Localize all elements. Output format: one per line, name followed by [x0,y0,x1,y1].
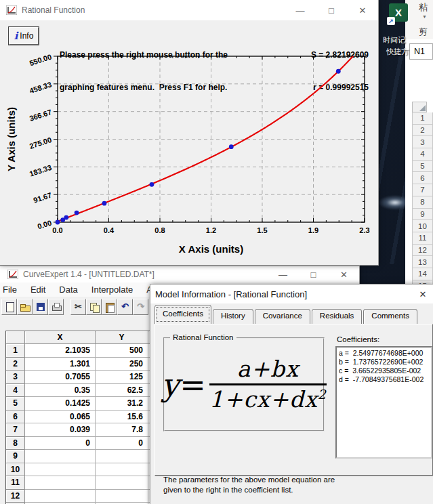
row-number[interactable]: 4 [6,384,25,398]
excel-row-number[interactable]: 3 [412,136,433,148]
excel-row: 8 [405,196,433,209]
row-number[interactable]: 9 [6,450,25,463]
excel-row-number[interactable]: 10 [412,220,433,232]
save-file-button[interactable] [33,299,48,315]
excel-paste-button[interactable]: 粘 [419,1,428,14]
fraction-bar [209,383,327,385]
note-line2: given to the right in the coefficient li… [163,485,335,495]
tab-coefficients[interactable]: Coefficients [154,305,211,324]
open-file-icon [20,301,30,312]
row-number[interactable]: 10 [6,463,25,477]
svg-text:275.00: 275.00 [28,135,53,150]
copy-button[interactable] [86,299,102,315]
paste-icon [104,301,115,312]
menu-interpolate[interactable]: Interpolate [85,285,140,295]
redo-button[interactable]: ↷ [133,299,148,315]
close-button[interactable]: ✕ [347,0,378,20]
excel-row-number[interactable]: 14 [412,268,433,280]
tab-history[interactable]: History [213,309,253,324]
minimize-button[interactable]: — [268,266,298,282]
row-number[interactable]: 11 [6,476,25,490]
dialog-tabbar: CoefficientsHistoryCovarianceResidualsCo… [154,305,419,324]
column-header-x[interactable]: X [25,331,96,344]
svg-text:0.0: 0.0 [52,226,62,234]
dialog-titlebar[interactable]: Model Information - [Rational Function] [150,285,433,303]
tab-covariance[interactable]: Covariance [255,309,310,324]
excel-name-box[interactable]: N1 [409,43,433,60]
row-number[interactable]: 5 [6,397,25,411]
model-information-dialog: Model Information - [Rational Function] … [150,285,433,504]
excel-paste-dropdown-arrow[interactable]: ▼ [422,14,427,19]
cut-button[interactable]: ✂ [70,299,86,315]
excel-row-number[interactable]: 5 [412,161,433,173]
row-number[interactable]: 2 [6,358,25,371]
table-row: 12.1035500 [6,344,158,358]
undo-icon: ↶ [120,301,131,312]
excel-cut-button[interactable]: 剪 [419,26,428,38]
data-point [102,201,107,206]
excel-row-number[interactable]: 2 [412,125,433,137]
excel-shortcut-icon[interactable]: X ↗ [389,3,408,22]
excel-row-number[interactable]: 1 [412,112,433,125]
excel-icon-letter: X [395,7,402,18]
y-axis-title: Y Axis (units) [5,107,17,171]
graph-window-title: Rational Function [22,5,85,15]
shortcut-label-line2[interactable]: 快捷方 [386,47,409,57]
shortcut-arrow-icon: ↗ [387,17,395,25]
row-number[interactable]: 1 [6,344,25,358]
table-row: 9 [6,450,158,463]
excel-row-number[interactable]: 11 [412,232,433,245]
shortcut-label-line1[interactable]: 时间记 [383,35,405,45]
excel-row-number[interactable]: 9 [412,209,433,221]
maximize-button[interactable]: □ [316,0,347,20]
menu-data[interactable]: Data [52,285,84,295]
excel-row: 12 [405,245,433,257]
minimize-button[interactable]: — [285,0,316,20]
equation-fraction: a+bx 1+cx+dx2 [209,356,327,413]
graph-app-icon [6,5,17,15]
menu-edit[interactable]: Edit [24,285,52,295]
tab-residuals[interactable]: Residuals [312,309,363,324]
excel-row-number[interactable]: 13 [412,256,433,268]
data-point [336,69,341,74]
close-button[interactable]: ✕ [414,287,432,301]
paste-button[interactable] [102,299,117,315]
close-button[interactable]: ✕ [329,266,359,282]
row-number[interactable]: 3 [6,371,25,384]
column-header-y[interactable]: Y [96,331,148,344]
data-table[interactable]: XY12.103550021.30125030.705512540.3562.5… [5,331,158,504]
dialog-title: Model Information - [Rational Function] [155,289,307,299]
excel-row: 9 [405,209,433,221]
fit-plot[interactable]: 0.00.40.81.21.51.92.30.0091.67183.33275.… [0,51,378,265]
menu-file[interactable]: File [0,285,24,295]
new-file-button[interactable] [1,299,17,315]
open-file-button[interactable] [17,299,33,315]
tab-comments[interactable]: Comments [363,309,417,324]
model-groupbox: Rational Function y= a+bx 1+cx+dx2 [163,337,325,432]
row-number[interactable]: 12 [6,490,25,503]
excel-row-headers: 123456789101112131415 [405,112,433,292]
info-button[interactable]: i Info [9,27,39,45]
model-equation: y= a+bx 1+cx+dx2 [165,339,323,430]
excel-row: 11 [405,232,433,245]
excel-row: 5 [405,161,433,173]
row-number[interactable]: 6 [6,411,25,424]
excel-select-all-corner[interactable] [412,102,427,112]
row-number[interactable]: 8 [6,437,25,450]
data-point [75,211,79,215]
excel-row-number[interactable]: 6 [412,172,433,184]
excel-row-number[interactable]: 12 [412,245,433,257]
coefficient-line: a = 2.54977674698E+000 [339,349,431,358]
info-button-label: Info [20,31,33,41]
coefficients-listbox[interactable]: a = 2.54977674698E+000b = 1.73765722690E… [335,346,432,459]
svg-text:0.8: 0.8 [154,226,165,234]
undo-button[interactable]: ↶ [117,299,133,315]
print-button[interactable] [48,299,64,315]
row-number[interactable]: 7 [6,423,25,437]
maximize-button[interactable]: □ [298,266,329,282]
table-row: 50.142531.2 [6,397,158,411]
excel-row-number[interactable]: 7 [412,184,433,196]
excel-row-number[interactable]: 8 [412,196,433,209]
excel-row-number[interactable]: 4 [412,148,433,161]
svg-text:550.00: 550.00 [28,52,53,67]
